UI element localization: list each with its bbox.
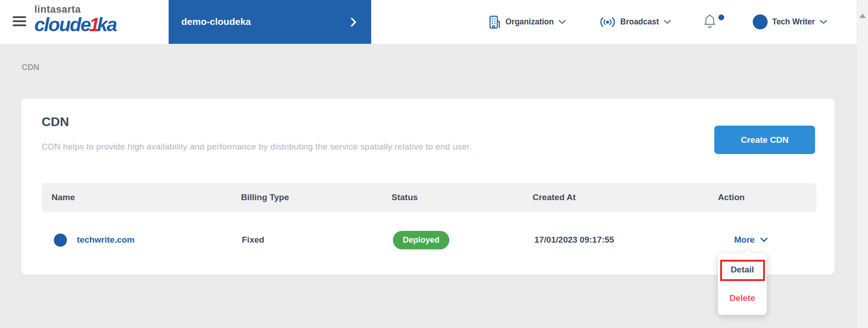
created-at-cell: 17/01/2023 09:17:55	[534, 215, 614, 265]
menu-item-delete[interactable]: Delete	[718, 289, 767, 308]
chevron-right-icon	[350, 17, 357, 27]
billing-type-cell: Fixed	[242, 215, 264, 265]
column-header-status: Status	[392, 183, 418, 212]
cdn-page: lintasarta cloude1ka demo-cloudeka Orga	[0, 0, 868, 328]
top-header: lintasarta cloude1ka demo-cloudeka Orga	[0, 0, 868, 44]
breadcrumb: CDN	[22, 63, 39, 72]
cdn-name-link[interactable]: techwrite.com	[77, 235, 135, 245]
chevron-down-icon	[558, 19, 566, 24]
cloudeka-logo: lintasarta cloude1ka	[34, 5, 116, 34]
table-row: techwrite.com Fixed Deployed 17/01/2023 …	[42, 215, 816, 265]
building-icon	[488, 15, 501, 29]
user-name-label: Tech Writer	[772, 17, 815, 27]
logo-lintasarta-text: lintasarta	[34, 5, 116, 14]
status-badge: Deployed	[393, 231, 449, 249]
user-menu[interactable]: Tech Writer	[753, 0, 827, 44]
page-scrollbar[interactable]	[857, 0, 868, 328]
status-cell: Deployed	[393, 215, 449, 265]
project-selector[interactable]: demo-cloudeka	[169, 0, 371, 44]
page-title: CDN	[42, 115, 69, 129]
column-header-billing-type: Billing Type	[241, 183, 289, 212]
cdn-card: CDN CDN helps to provide high availabili…	[21, 98, 835, 275]
user-avatar	[753, 14, 768, 29]
notifications-button[interactable]	[703, 14, 726, 32]
cdn-name-cell[interactable]: techwrite.com	[54, 215, 135, 265]
hamburger-menu-icon[interactable]	[13, 16, 26, 26]
column-header-name: Name	[52, 183, 75, 212]
chevron-down-icon	[664, 19, 671, 24]
menu-item-detail[interactable]: Detail	[718, 260, 767, 281]
column-header-action: Action	[718, 183, 745, 212]
chevron-down-icon	[760, 237, 768, 243]
broadcast-dropdown[interactable]: Broadcast	[599, 0, 671, 44]
notification-dot-badge	[718, 14, 724, 20]
cdn-status-dot-icon	[54, 234, 67, 247]
page-description: CDN helps to provide high availability a…	[42, 142, 472, 152]
broadcast-label: Broadcast	[620, 17, 659, 27]
project-name-label: demo-cloudeka	[181, 16, 251, 27]
table-header-row: Name Billing Type Status Created At Acti…	[42, 183, 816, 212]
scroll-up-arrow-icon[interactable]	[859, 14, 866, 18]
broadcast-icon	[599, 16, 616, 28]
chevron-down-icon	[820, 19, 827, 24]
organization-dropdown[interactable]: Organization	[488, 0, 566, 44]
action-dropdown-menu: Detail Delete	[718, 253, 767, 315]
logo-cloudeka-text: cloude1ka	[34, 15, 116, 34]
more-label: More	[734, 235, 755, 245]
column-header-created-at: Created At	[533, 183, 576, 212]
organization-label: Organization	[505, 17, 554, 27]
create-cdn-button[interactable]: Create CDN	[714, 126, 815, 154]
